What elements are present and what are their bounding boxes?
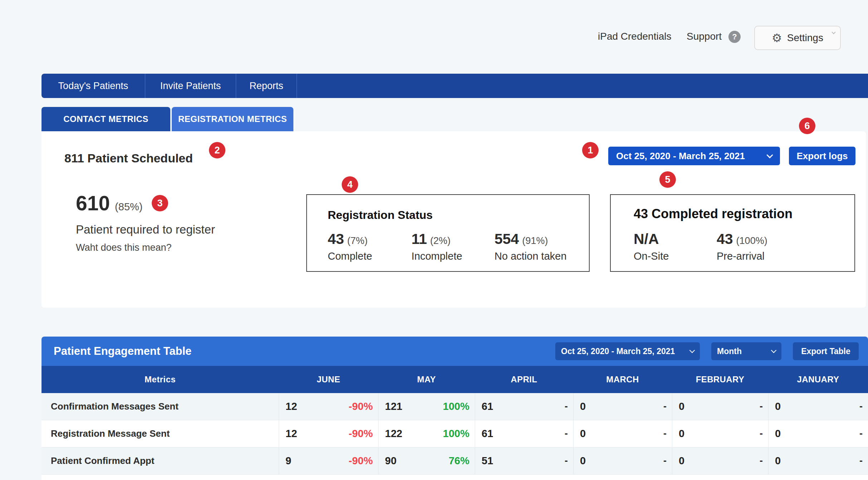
metric-label: Patient Confirmed Appt <box>42 447 279 474</box>
table-row-partial <box>42 475 868 480</box>
cell-value: 51 <box>482 455 493 467</box>
cell-change: - <box>760 455 763 466</box>
table-row: Confirmation Messages Sent 12 -90% 121 1… <box>42 393 868 420</box>
cell-value: 9 <box>286 455 291 467</box>
settings-button-label: Settings <box>787 32 823 44</box>
incomplete-count: 11 <box>411 231 427 248</box>
complete-percent: (7%) <box>347 235 368 246</box>
cell-value: 0 <box>679 401 684 412</box>
registration-status-box: Registration Status 43 (7%) Complete 11 … <box>306 194 590 272</box>
status-incomplete: 11 (2%) Incomplete <box>411 231 462 262</box>
required-help-text[interactable]: Waht does this mean? <box>76 242 215 253</box>
chevron-down-icon <box>771 347 777 353</box>
cell-change: - <box>663 401 667 412</box>
cell-value: 0 <box>775 455 781 467</box>
required-percent: (85%) <box>115 201 142 213</box>
cell-value: 122 <box>385 428 402 440</box>
cell-value: 61 <box>482 428 493 440</box>
no-action-count: 554 <box>494 231 519 248</box>
patient-engagement-table: Patient Engagement Table Oct 25, 2020 - … <box>42 337 868 480</box>
interval-dropdown[interactable]: Month <box>711 342 781 360</box>
column-header-may: MAY <box>378 374 475 385</box>
tab-registration-metrics[interactable]: REGISTRATION METRICS <box>172 107 293 131</box>
nav-tab-reports[interactable]: Reports <box>236 74 297 98</box>
cell-value: 0 <box>580 455 586 467</box>
cell-june: 9 -90% <box>279 447 378 474</box>
date-range-value: Oct 25, 2020 - March 25, 2021 <box>616 151 745 162</box>
incomplete-label: Incomplete <box>411 250 462 262</box>
table-row: Registration Message Sent 12 -90% 122 10… <box>42 420 868 447</box>
cell-march: 0 - <box>573 420 672 447</box>
cell-value: 0 <box>775 428 781 440</box>
export-logs-button[interactable]: Export logs <box>789 147 855 165</box>
engagement-table-title: Patient Engagement Table <box>54 345 191 358</box>
ipad-credentials-link[interactable]: iPad Credentials <box>598 31 671 42</box>
on-site-count: N/A <box>634 231 659 248</box>
annotation-badge-4: 4 <box>342 176 358 193</box>
export-table-button[interactable]: Export Table <box>793 342 859 360</box>
cell-may: 122 100% <box>378 420 475 447</box>
date-range-dropdown[interactable]: Oct 25, 2020 - March 25, 2021 <box>608 147 780 165</box>
cell-january: 0 - <box>768 447 868 474</box>
support-link[interactable]: Support <box>687 31 722 42</box>
cell-change: - <box>565 428 568 439</box>
cell-change: - <box>565 401 568 412</box>
column-header-february: FEBRUARY <box>672 374 768 385</box>
cell-change: -90% <box>348 428 373 440</box>
cell-value: 61 <box>482 401 493 412</box>
registration-metrics-card: 811 Patient Scheduled Oct 25, 2020 - Mar… <box>42 131 866 308</box>
cell-january: 0 - <box>768 393 868 420</box>
table-date-range-dropdown[interactable]: Oct 25, 2020 - March 25, 2021 <box>555 342 700 360</box>
cell-change: 100% <box>443 401 469 412</box>
annotation-badge-5: 5 <box>659 171 676 188</box>
cell-june: 12 -90% <box>279 420 378 447</box>
cell-value: 0 <box>580 428 586 440</box>
cell-change: - <box>859 428 863 439</box>
cell-value: 12 <box>286 428 297 440</box>
incomplete-percent: (2%) <box>430 235 450 246</box>
cell-change: - <box>663 455 667 466</box>
interval-value: Month <box>717 347 742 356</box>
chevron-down-icon <box>689 347 695 353</box>
cell-change: - <box>859 455 863 466</box>
pre-arrival-stat: 43 (100%) Pre-arrival <box>717 231 767 262</box>
cell-change: - <box>663 428 667 439</box>
cell-may: 121 100% <box>378 393 475 420</box>
nav-tab-invite-patients[interactable]: Invite Patients <box>145 74 236 98</box>
cell-february: 0 - <box>672 447 768 474</box>
cell-value: 121 <box>385 401 402 412</box>
status-complete: 43 (7%) Complete <box>328 231 372 262</box>
export-logs-label: Export logs <box>796 151 848 162</box>
tab-contact-metrics[interactable]: CONTACT METRICS <box>42 107 170 131</box>
settings-button[interactable]: ⚙ Settings <box>754 26 841 50</box>
on-site-label: On-Site <box>634 250 669 262</box>
completed-registration-box: 43 Completed registration N/A On-Site 43… <box>610 194 855 272</box>
cell-change: -90% <box>348 455 373 467</box>
required-label: Patient required to register <box>76 223 215 236</box>
cell-value: 0 <box>580 401 586 412</box>
cell-may: 90 76% <box>378 447 475 474</box>
settings-caret-icon <box>832 30 835 34</box>
pre-arrival-label: Pre-arrival <box>717 250 767 262</box>
completed-registration-title: 43 Completed registration <box>634 206 793 221</box>
patients-required-block: 610 (85%) Patient required to register W… <box>76 191 215 253</box>
cell-value: 0 <box>679 455 684 467</box>
nav-tab-todays-patients[interactable]: Today's Patients <box>42 74 145 98</box>
help-question-icon[interactable]: ? <box>728 31 741 43</box>
pre-arrival-percent: (100%) <box>736 235 767 246</box>
utility-header: iPad Credentials Support ? ⚙ Settings <box>0 26 868 51</box>
table-column-header-row: Metrics JUNE MAY APRIL MARCH FEBRUARY JA… <box>42 366 868 393</box>
cell-value: 90 <box>385 455 396 467</box>
column-header-march: MARCH <box>573 374 672 385</box>
column-header-january: JANUARY <box>768 374 868 385</box>
pre-arrival-count: 43 <box>717 231 733 248</box>
annotation-badge-2: 2 <box>209 142 225 158</box>
complete-label: Complete <box>328 250 372 262</box>
patients-scheduled-title: 811 Patient Scheduled <box>64 151 193 165</box>
annotation-badge-6: 6 <box>799 118 815 134</box>
on-site-stat: N/A On-Site <box>634 231 669 262</box>
cell-change: - <box>760 401 763 412</box>
cell-june: 12 -90% <box>279 393 378 420</box>
cell-january: 0 - <box>768 420 868 447</box>
engagement-table-header: Patient Engagement Table Oct 25, 2020 - … <box>42 337 868 366</box>
